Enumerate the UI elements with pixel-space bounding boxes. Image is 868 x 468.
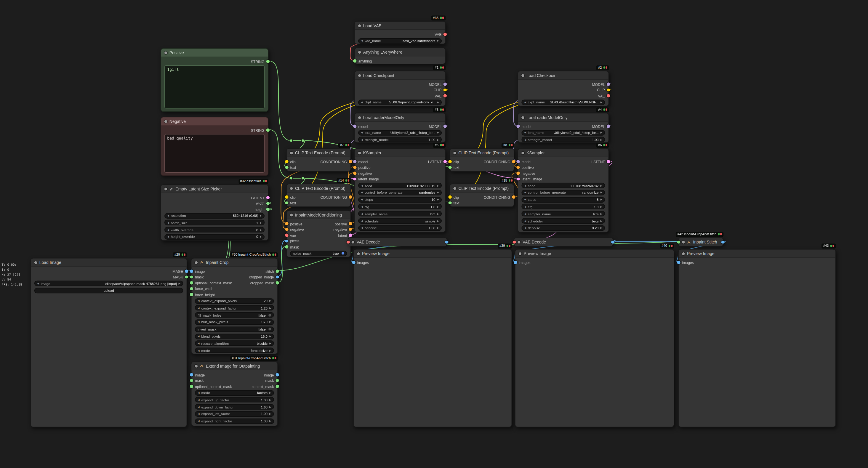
badge-text: #7 xyxy=(340,143,344,147)
badge-icon xyxy=(506,244,510,247)
badge-text: #31 Inpaint-CropAndStitch xyxy=(232,356,271,360)
perf-line: N: 27 [27] xyxy=(2,272,22,277)
perf-line: T: 0.00s xyxy=(2,262,22,268)
node-id-badge: #15 xyxy=(500,178,514,183)
badge-text: #35 xyxy=(433,16,438,19)
node-id-badge: #35 xyxy=(431,15,445,20)
badge-text: #14 xyxy=(338,179,344,182)
node-id-badge: #5 xyxy=(433,143,445,148)
perf-line: I: 0 xyxy=(2,268,22,273)
node-id-badge: #40 xyxy=(660,243,674,248)
node-id-badge: #3 xyxy=(433,107,445,112)
node-id-badge: #30 Inpaint-CropAndStitch xyxy=(230,252,278,257)
badges-layer: #29#30 Inpaint-CropAndStitch#31 Inpaint-… xyxy=(0,0,868,468)
badge-icon xyxy=(603,144,607,146)
badge-icon xyxy=(440,17,444,19)
badge-icon xyxy=(509,144,513,146)
badge-icon xyxy=(603,66,607,69)
node-id-badge: #4 xyxy=(596,107,609,112)
badge-text: #5 xyxy=(435,143,438,147)
node-id-badge: #29 xyxy=(173,252,187,257)
badge-text: #3 xyxy=(435,108,438,111)
graph-workspace: Load ImageIMAGEMASK◀imageclipspace/clips… xyxy=(0,0,868,468)
badge-text: #8 xyxy=(503,143,507,147)
badge-icon xyxy=(669,244,673,247)
node-id-badge: #7 xyxy=(339,143,351,148)
badge-icon xyxy=(345,144,349,146)
badge-text: #2 xyxy=(598,66,602,69)
badge-text: #43 xyxy=(823,244,829,247)
node-id-badge: #6 xyxy=(596,143,609,148)
badge-icon xyxy=(440,108,444,111)
badge-icon xyxy=(718,233,722,236)
badge-text: #15 xyxy=(501,179,507,182)
node-id-badge: #8 xyxy=(502,143,514,148)
graph-canvas[interactable]: Load ImageIMAGEMASK◀imageclipspace/clips… xyxy=(0,0,868,468)
badge-text: #40 xyxy=(661,244,667,247)
badge-icon xyxy=(263,180,267,183)
perf-overlay: T: 0.00s I: 0 N: 27 [27] V: 84 FPS: 142.… xyxy=(2,262,22,287)
badge-icon xyxy=(345,179,349,182)
badge-icon xyxy=(603,108,607,111)
node-id-badge: #39 xyxy=(498,243,512,248)
badge-icon xyxy=(830,244,834,247)
perf-line: V: 84 xyxy=(2,277,22,282)
node-id-badge: #31 Inpaint-CropAndStitch xyxy=(230,356,278,361)
badge-text: #42 Inpaint-CropAndStitch xyxy=(678,232,717,236)
badge-icon xyxy=(440,144,444,146)
node-id-badge: #2 xyxy=(596,65,609,70)
perf-line: FPS: 142.99 xyxy=(2,282,22,287)
node-id-badge: #42 Inpaint-CropAndStitch xyxy=(676,231,723,237)
node-id-badge: #32 essentials xyxy=(239,179,269,184)
node-id-badge: #14 xyxy=(337,178,351,183)
badge-text: #1 xyxy=(435,66,438,69)
badge-text: #29 xyxy=(175,253,180,256)
badge-text: #4 xyxy=(598,108,602,111)
badge-icon xyxy=(181,253,185,256)
badge-icon xyxy=(272,253,276,256)
badge-text: #30 Inpaint-CropAndStitch xyxy=(232,253,271,256)
badge-text: #39 xyxy=(499,244,505,247)
badge-text: #32 essentials xyxy=(240,179,261,183)
node-id-badge: #43 xyxy=(822,243,836,248)
badge-icon xyxy=(440,66,444,69)
badge-icon xyxy=(272,357,276,360)
badge-icon xyxy=(509,179,513,182)
badge-text: #6 xyxy=(598,143,602,147)
node-id-badge: #1 xyxy=(433,65,445,70)
